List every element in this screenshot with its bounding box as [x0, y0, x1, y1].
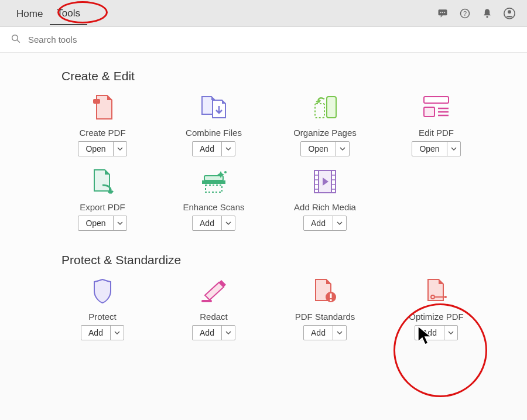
- split-button: Add: [192, 325, 235, 340]
- tab-home[interactable]: Home: [9, 2, 50, 25]
- grid-protect-standardize: Protect Add Redact Add PDF Standards Add: [47, 276, 527, 340]
- add-button[interactable]: Add: [304, 326, 333, 340]
- tool-label: Create PDF: [79, 128, 125, 138]
- split-button: Open: [300, 141, 349, 156]
- tool-combine-files[interactable]: Combine Files Add: [158, 93, 269, 156]
- svg-point-8: [508, 10, 511, 13]
- svg-rect-20: [202, 180, 225, 184]
- open-button[interactable]: Open: [301, 142, 336, 156]
- enhance-scans-icon: [197, 167, 230, 196]
- svg-point-1: [440, 12, 442, 13]
- svg-point-2: [442, 12, 443, 13]
- svg-rect-13: [315, 104, 324, 118]
- split-button: Add: [192, 141, 235, 156]
- svg-rect-11: [93, 99, 100, 104]
- dropdown-arrow[interactable]: [111, 326, 124, 340]
- pdf-standards-icon: [309, 276, 341, 306]
- tool-export-pdf[interactable]: Export PDF Open: [47, 167, 158, 231]
- svg-rect-36: [330, 299, 332, 301]
- tool-add-rich-media[interactable]: Add Rich Media Add: [269, 167, 381, 231]
- tool-pdf-standards[interactable]: PDF Standards Add: [269, 276, 381, 340]
- svg-rect-15: [424, 107, 434, 117]
- svg-rect-14: [424, 97, 449, 103]
- tool-create-pdf[interactable]: Create PDF Open: [47, 93, 158, 156]
- section-create-edit: Create & Edit: [61, 69, 527, 83]
- add-button[interactable]: Add: [81, 326, 111, 340]
- open-button[interactable]: Open: [78, 216, 113, 230]
- split-button: Add: [303, 216, 347, 231]
- split-button: Open: [412, 141, 460, 156]
- combine-files-icon: [197, 93, 230, 122]
- split-button: Add: [415, 325, 458, 340]
- add-button[interactable]: Add: [415, 326, 444, 340]
- create-pdf-icon: [86, 93, 119, 122]
- split-button: Open: [78, 216, 126, 231]
- search-bar: [0, 27, 527, 53]
- tool-label: Edit PDF: [419, 128, 454, 138]
- dropdown-arrow[interactable]: [222, 216, 235, 230]
- tool-optimize-pdf[interactable]: Optimize PDF Add: [381, 276, 492, 340]
- dropdown-arrow[interactable]: [114, 142, 126, 156]
- export-pdf-icon: [86, 167, 119, 196]
- dropdown-arrow[interactable]: [336, 142, 349, 156]
- tool-label: PDF Standards: [295, 312, 355, 322]
- svg-rect-35: [330, 293, 332, 298]
- dropdown-arrow[interactable]: [333, 326, 346, 340]
- redact-icon: [197, 276, 230, 306]
- svg-rect-12: [327, 97, 336, 118]
- split-button: Add: [81, 325, 124, 340]
- search-icon: [11, 33, 21, 46]
- search-input[interactable]: [28, 35, 204, 45]
- dropdown-arrow[interactable]: [222, 326, 235, 340]
- add-button[interactable]: Add: [193, 326, 222, 340]
- tool-protect[interactable]: Protect Add: [47, 276, 158, 340]
- comment-icon[interactable]: [434, 5, 451, 22]
- edit-pdf-icon: [420, 93, 453, 122]
- open-button[interactable]: Open: [78, 142, 113, 156]
- profile-icon[interactable]: [501, 5, 518, 22]
- open-button[interactable]: Open: [412, 142, 447, 156]
- dropdown-arrow[interactable]: [447, 142, 460, 156]
- dropdown-arrow[interactable]: [444, 326, 457, 340]
- dropdown-arrow[interactable]: [114, 216, 126, 230]
- split-button: Add: [192, 216, 235, 231]
- tool-redact[interactable]: Redact Add: [158, 276, 269, 340]
- optimize-pdf-icon: [420, 276, 453, 306]
- protect-icon: [86, 276, 119, 306]
- tool-label: Organize Pages: [293, 128, 357, 138]
- tool-label: Add Rich Media: [294, 202, 356, 212]
- svg-point-3: [444, 12, 445, 13]
- bell-icon[interactable]: [479, 5, 495, 22]
- add-rich-media-icon: [309, 167, 341, 196]
- tool-label: Protect: [88, 312, 117, 322]
- svg-point-22: [224, 171, 227, 173]
- dropdown-arrow[interactable]: [333, 216, 346, 230]
- svg-rect-21: [206, 185, 222, 192]
- grid-create-edit: Create PDF Open Combine Files Add Organi…: [47, 93, 527, 231]
- tool-label: Export PDF: [80, 202, 125, 212]
- tool-edit-pdf[interactable]: Edit PDF Open: [381, 93, 492, 156]
- section-protect-standardize: Protect & Standardize: [61, 253, 527, 267]
- add-button[interactable]: Add: [193, 216, 222, 230]
- top-nav: Home Tools ?: [0, 0, 527, 27]
- svg-point-6: [486, 16, 488, 18]
- organize-pages-icon: [309, 93, 341, 122]
- dropdown-arrow[interactable]: [222, 142, 235, 156]
- split-button: Add: [303, 325, 347, 340]
- add-button[interactable]: Add: [193, 142, 222, 156]
- add-button[interactable]: Add: [304, 216, 333, 230]
- svg-line-10: [17, 40, 20, 43]
- tools-pane: Create & Edit Create PDF Open Combine Fi…: [0, 53, 527, 340]
- tool-label: Redact: [200, 312, 228, 322]
- tool-label: Enhance Scans: [183, 202, 244, 212]
- split-button: Open: [78, 141, 126, 156]
- help-icon[interactable]: ?: [457, 5, 473, 22]
- tool-label: Optimize PDF: [409, 312, 463, 322]
- tool-organize-pages[interactable]: Organize Pages Open: [269, 93, 381, 156]
- tool-label: Combine Files: [186, 128, 242, 138]
- tab-tools[interactable]: Tools: [50, 2, 87, 25]
- svg-point-9: [12, 35, 18, 40]
- tool-enhance-scans[interactable]: Enhance Scans Add: [158, 167, 269, 231]
- svg-text:?: ?: [463, 9, 467, 16]
- svg-point-39: [444, 296, 447, 298]
